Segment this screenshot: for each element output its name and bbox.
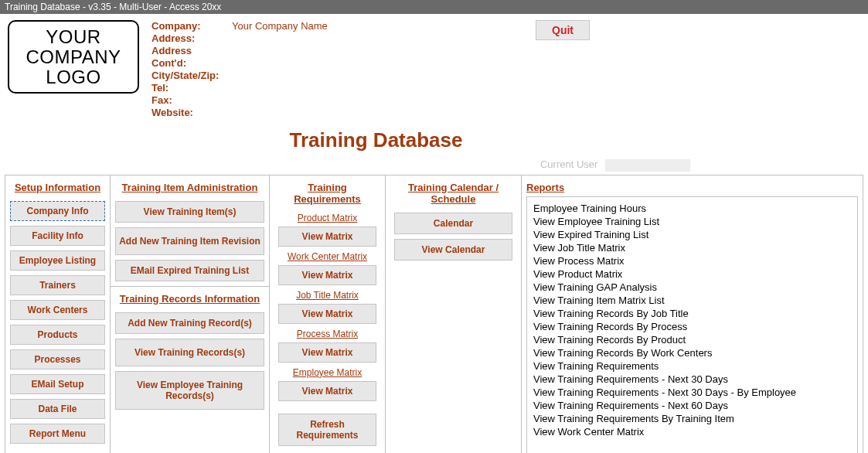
page-title: Training Database xyxy=(0,128,868,152)
window-title: Training Database - v3.35 - Multi-User -… xyxy=(5,2,221,12)
btn-work-centers[interactable]: Work Centers xyxy=(10,300,105,320)
btn-trainers[interactable]: Trainers xyxy=(10,275,105,295)
btn-view-employee-training-records[interactable]: View Employee Training Records(s) xyxy=(115,371,264,410)
label-fax: Fax: xyxy=(151,94,229,107)
link-jobtitle-matrix: Job Title Matrix xyxy=(274,290,380,301)
link-process-matrix: Process Matrix xyxy=(274,329,380,339)
report-item[interactable]: View Training Item Matrix List xyxy=(533,294,851,307)
btn-view-employee-matrix[interactable]: View Matrix xyxy=(278,381,376,401)
calendar-title: Training Calendar / Schedule xyxy=(390,182,516,205)
report-item[interactable]: View Training Requirements - Next 30 Day… xyxy=(533,386,851,399)
btn-processes[interactable]: Processes xyxy=(10,349,105,370)
btn-view-product-matrix[interactable]: View Matrix xyxy=(278,226,376,247)
report-item[interactable]: Employee Training Hours xyxy=(533,202,851,215)
requirements-title: Training Requirements xyxy=(274,182,380,205)
value-company: Your Company Name xyxy=(232,20,328,32)
btn-add-training-item-revision[interactable]: Add New Training Item Revision xyxy=(115,227,264,255)
reports-title: Reports xyxy=(526,182,858,193)
btn-refresh-requirements[interactable]: Refresh Requirements xyxy=(278,414,376,446)
label-address: Address: xyxy=(151,32,229,45)
col-calendar: Training Calendar / Schedule Calendar Vi… xyxy=(386,175,522,453)
current-user-value xyxy=(605,159,690,172)
records-title: Training Records Information xyxy=(115,293,264,305)
btn-calendar[interactable]: Calendar xyxy=(394,213,512,234)
logo-line1: YOUR xyxy=(46,26,100,47)
btn-view-training-items[interactable]: View Training Item(s) xyxy=(115,201,264,223)
report-item[interactable]: View Training Records By Product xyxy=(533,333,851,346)
admin-title: Training Item Administration xyxy=(115,182,264,193)
label-website: Website: xyxy=(151,107,229,119)
btn-email-expired-training[interactable]: EMail Expired Training List xyxy=(115,260,264,281)
report-item[interactable]: View Employee Training List xyxy=(533,215,851,228)
btn-view-workcenter-matrix[interactable]: View Matrix xyxy=(278,265,376,285)
report-item[interactable]: View Expired Training List xyxy=(533,228,851,241)
btn-data-file[interactable]: Data File xyxy=(10,399,105,419)
label-company: Company: xyxy=(151,20,229,32)
logo-line2: COMPANY xyxy=(26,46,121,67)
quit-button[interactable]: Quit xyxy=(536,20,590,40)
report-item[interactable]: View Process Matrix xyxy=(533,254,851,267)
logo-line3: LOGO xyxy=(46,66,100,87)
report-item[interactable]: View Training Requirements - Next 60 Day… xyxy=(533,399,851,412)
reports-listbox[interactable]: Employee Training Hours View Employee Tr… xyxy=(526,196,858,453)
btn-company-info[interactable]: Company Info xyxy=(10,201,105,221)
btn-view-training-records[interactable]: View Training Records(s) xyxy=(115,339,264,366)
btn-email-setup[interactable]: EMail Setup xyxy=(10,374,105,394)
label-address2: Address Cont'd: xyxy=(151,45,229,70)
btn-products[interactable]: Products xyxy=(10,325,105,345)
btn-view-jobtitle-matrix[interactable]: View Matrix xyxy=(278,304,376,324)
report-item[interactable]: View Training GAP Analysis xyxy=(533,281,851,294)
col-reports: Reports Employee Training Hours View Emp… xyxy=(522,175,863,453)
col-admin: Training Item Administration View Traini… xyxy=(111,175,270,453)
btn-view-calendar[interactable]: View Calendar xyxy=(394,239,512,261)
report-item[interactable]: View Training Requirements xyxy=(533,359,851,373)
btn-report-menu[interactable]: Report Menu xyxy=(10,424,105,444)
btn-add-training-record[interactable]: Add New Training Record(s) xyxy=(115,312,264,334)
btn-view-process-matrix[interactable]: View Matrix xyxy=(278,342,376,363)
company-info-block: Company:Your Company Name Address: Addre… xyxy=(151,20,328,119)
admin-divider xyxy=(111,286,269,287)
window-title-bar: Training Database - v3.35 - Multi-User -… xyxy=(0,0,868,14)
label-tel: Tel: xyxy=(151,82,229,94)
current-user-row: Current User xyxy=(0,158,868,172)
company-logo-placeholder: YOUR COMPANY LOGO xyxy=(8,20,139,94)
btn-employee-listing[interactable]: Employee Listing xyxy=(10,250,105,271)
setup-title: Setup Information xyxy=(10,182,105,193)
report-item[interactable]: View Training Requirements - Next 30 Day… xyxy=(533,373,851,386)
label-city-state-zip: City/State/Zip: xyxy=(151,70,229,82)
report-item[interactable]: View Training Records By Job Title xyxy=(533,307,851,320)
col-setup: Setup Information Company Info Facility … xyxy=(5,175,111,453)
current-user-label: Current User xyxy=(540,158,597,170)
btn-facility-info[interactable]: Facility Info xyxy=(10,226,105,246)
header-area: YOUR COMPANY LOGO Company:Your Company N… xyxy=(0,14,868,119)
report-item[interactable]: View Training Requirements By Training I… xyxy=(533,412,851,425)
main-panels: Setup Information Company Info Facility … xyxy=(5,175,863,453)
report-item[interactable]: View Training Records By Work Centers xyxy=(533,346,851,359)
report-item[interactable]: View Job Title Matrix xyxy=(533,241,851,254)
report-item[interactable]: View Work Center Matrix xyxy=(533,425,851,438)
report-item[interactable]: View Training Records By Process xyxy=(533,320,851,333)
link-workcenter-matrix: Work Center Matrix xyxy=(274,251,380,262)
col-requirements: Training Requirements Product Matrix Vie… xyxy=(270,175,386,453)
link-employee-matrix: Employee Matrix xyxy=(274,367,380,378)
link-product-matrix: Product Matrix xyxy=(274,213,380,223)
report-item[interactable]: View Product Matrix xyxy=(533,267,851,281)
